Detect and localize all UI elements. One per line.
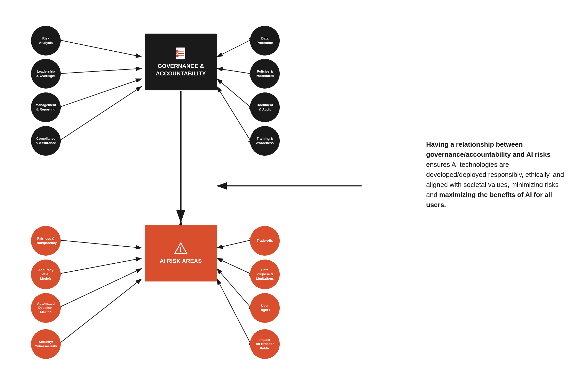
svg-line-20	[217, 279, 251, 343]
description-text: Having a relationship between governance…	[426, 139, 566, 210]
node-data-protection: DataProtection	[250, 26, 280, 56]
svg-line-17	[217, 240, 251, 248]
diagram-container: GOVERNANCE & ACCOUNTABILITY AI RISK AREA…	[0, 0, 413, 392]
node-automated-decision-label: AutomatedDecision-Making	[37, 302, 55, 314]
node-user-rights: UserRights	[250, 293, 280, 323]
node-compliance-assurance-label: Compliance& Assurance	[36, 137, 56, 145]
node-management-reporting: Management& Reporting	[31, 92, 61, 122]
risk-box-title: AI RISK AREAS	[160, 257, 202, 265]
node-impact-broader: Impacton BroaderPublic	[250, 329, 280, 359]
svg-line-7	[217, 68, 251, 74]
checklist-icon	[174, 46, 188, 60]
svg-point-30	[180, 251, 182, 252]
node-data-protection-label: DataProtection	[256, 36, 273, 45]
governance-box: GOVERNANCE & ACCOUNTABILITY	[145, 34, 217, 90]
node-training-awareness: Training &Awareness	[250, 126, 280, 156]
node-management-reporting-label: Management& Reporting	[36, 103, 56, 112]
svg-line-14	[59, 258, 142, 274]
node-automated-decision: AutomatedDecision-Making	[31, 293, 61, 323]
svg-line-5	[59, 87, 142, 141]
svg-line-15	[59, 269, 142, 307]
node-data-purpose: DataPurpose &Limitations	[250, 260, 280, 289]
node-compliance-assurance: Compliance& Assurance	[31, 126, 61, 156]
node-fairness-transparency-label: Fairness &Transparency	[35, 237, 57, 245]
svg-rect-27	[176, 55, 178, 57]
risk-box: AI RISK AREAS	[145, 225, 217, 281]
node-impact-broader-label: Impacton BroaderPublic	[256, 338, 274, 350]
node-policies-procedures-label: Policies &Procedures	[256, 69, 274, 78]
node-leadership-oversight-label: Leadership& Oversight	[36, 69, 56, 78]
node-trade-offs: Trade-offs	[250, 226, 280, 256]
node-accuracy-models: Accuracyof AIModels	[31, 260, 61, 289]
svg-line-13	[59, 240, 142, 248]
node-user-rights-label: UserRights	[260, 304, 270, 312]
svg-line-8	[217, 79, 251, 107]
gov-box-title: GOVERNANCE & ACCOUNTABILITY	[145, 62, 217, 77]
node-security-cybersecurity: Security/Cybersecurity	[31, 329, 61, 359]
node-accuracy-models-label: Accuracyof AIModels	[38, 268, 53, 281]
warning-icon	[174, 241, 188, 255]
svg-line-9	[217, 87, 251, 141]
description-panel: Having a relationship between governance…	[426, 139, 566, 210]
node-leadership-oversight: Leadership& Oversight	[31, 59, 61, 89]
node-document-audit: Document& Audit	[250, 92, 280, 122]
node-fairness-transparency: Fairness &Transparency	[31, 226, 61, 256]
node-data-purpose-label: DataPurpose &Limitations	[256, 268, 274, 281]
svg-line-16	[59, 279, 142, 343]
node-risk-analysis-label: RiskAnalysis	[39, 36, 53, 45]
node-risk-analysis: RiskAnalysis	[31, 26, 61, 56]
svg-line-6	[217, 40, 251, 57]
svg-line-2	[59, 40, 142, 57]
node-document-audit-label: Document& Audit	[257, 103, 273, 112]
svg-line-3	[59, 68, 142, 74]
node-training-awareness-label: Training &Awareness	[256, 137, 274, 145]
node-trade-offs-label: Trade-offs	[257, 239, 273, 243]
node-security-cybersecurity-label: Security/Cybersecurity	[35, 340, 57, 348]
svg-line-18	[217, 258, 251, 274]
svg-line-4	[59, 79, 142, 107]
svg-line-19	[217, 269, 251, 307]
node-policies-procedures: Policies &Procedures	[250, 59, 280, 89]
